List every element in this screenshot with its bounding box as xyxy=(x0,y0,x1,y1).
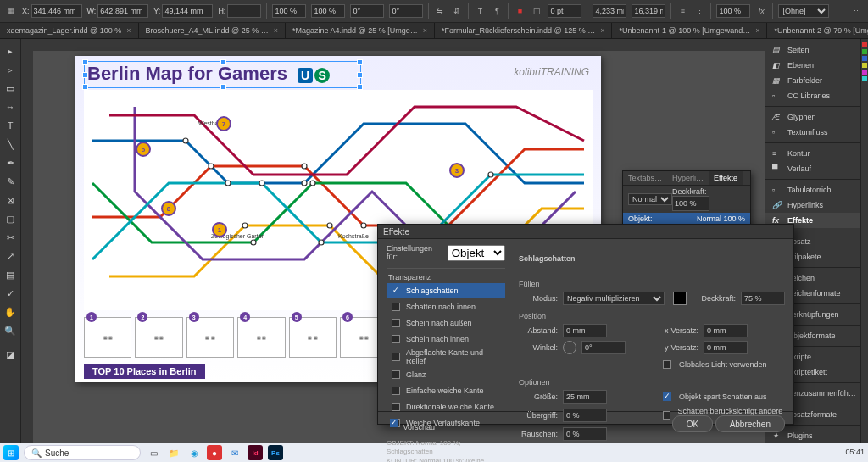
opacity-field[interactable] xyxy=(716,4,750,18)
align-icon[interactable]: ≡ xyxy=(676,5,688,17)
scale-y-field[interactable] xyxy=(311,4,345,18)
mini-tab[interactable]: Effekte xyxy=(709,171,743,185)
rect-frame-tool[interactable]: ⊠ xyxy=(2,192,19,209)
photoshop-icon[interactable]: Ps xyxy=(268,445,283,460)
effect-option[interactable]: Abgeflachte Kante und Relief xyxy=(387,348,505,366)
fill-icon[interactable]: ■ xyxy=(514,5,526,17)
panel-tab-tabulatorrich[interactable]: ▫Tabulatorrich xyxy=(765,182,860,198)
explorer-icon[interactable]: 📁 xyxy=(166,445,181,460)
angle-dial-icon[interactable] xyxy=(563,341,576,354)
scissors-tool[interactable]: ✂ xyxy=(2,229,19,246)
w2-field[interactable] xyxy=(593,4,626,18)
paragraph-icon[interactable]: ¶ xyxy=(491,5,503,17)
document-tab[interactable]: xdemagazin_Lager.indd @ 100 %× xyxy=(0,23,139,38)
preview-check-wrap[interactable]: Vorschau xyxy=(387,416,435,431)
transform-tool[interactable]: ⤢ xyxy=(2,248,19,264)
h-field[interactable] xyxy=(227,4,261,18)
document-tab[interactable]: Broschuere_A4_ML.indd @ 25 % …× xyxy=(139,23,286,38)
object-style-select[interactable]: [Ohne] xyxy=(778,4,829,18)
pencil-tool[interactable]: ✎ xyxy=(2,173,19,190)
menu-icon[interactable]: ⋯ xyxy=(851,5,863,17)
panel-tab-kontur[interactable]: ≡Kontur xyxy=(765,146,860,161)
edge-icon[interactable]: ◉ xyxy=(186,445,202,460)
x-offset-input[interactable] xyxy=(704,324,748,337)
close-icon[interactable]: × xyxy=(755,26,760,35)
effect-option[interactable]: Einfache weiche Kante xyxy=(387,383,505,398)
type-tool[interactable]: T xyxy=(2,117,19,134)
effect-option[interactable]: Schein nach außen xyxy=(387,315,505,331)
shadow-opacity-input[interactable] xyxy=(741,292,785,305)
panel-tab-cc libraries[interactable]: ▫CC Libraries xyxy=(765,88,860,103)
mini-row[interactable]: Objekt:Normal 100 % xyxy=(623,213,750,225)
document-tab[interactable]: *Unbenannt-2 @ 79 % [Umgewand…× xyxy=(767,23,868,38)
stroke-icon[interactable]: ◫ xyxy=(531,5,542,17)
w-field[interactable] xyxy=(97,4,148,18)
panel-tab-ebenen[interactable]: ◧Ebenen xyxy=(765,58,860,73)
task-view-icon[interactable]: ▭ xyxy=(146,445,161,460)
close-icon[interactable]: × xyxy=(423,26,427,35)
angle-input[interactable] xyxy=(581,341,626,354)
rect-tool[interactable]: ▢ xyxy=(2,210,19,227)
text-icon[interactable]: T xyxy=(474,5,486,17)
flip-v-icon[interactable]: ⇵ xyxy=(451,5,463,17)
hand-tool[interactable]: ✋ xyxy=(2,303,19,320)
taskbar-search[interactable]: 🔍Suche xyxy=(24,445,141,460)
ok-button[interactable]: OK xyxy=(672,415,713,432)
start-button[interactable]: ⊞ xyxy=(3,445,19,460)
close-icon[interactable]: × xyxy=(274,26,278,35)
effect-check[interactable] xyxy=(392,287,400,295)
blend-mode-dialog-select[interactable]: Negativ multiplizieren xyxy=(563,292,665,305)
document-tab[interactable]: *Formular_Rücklieferschein.indd @ 125 % … xyxy=(435,23,612,38)
spread-input[interactable] xyxy=(563,409,607,422)
panel-tab-textumfluss[interactable]: ▫Textumfluss xyxy=(765,125,860,140)
ref-point-icon[interactable]: ▦ xyxy=(5,5,17,17)
shear-field[interactable] xyxy=(389,4,423,18)
effect-check[interactable] xyxy=(392,353,400,361)
line-tool[interactable]: ╲ xyxy=(2,136,19,153)
honor-fx-check[interactable] xyxy=(663,411,670,420)
effect-option[interactable]: Direktionale weiche Kante xyxy=(387,399,505,415)
panel-tab-farbfelder[interactable]: ▦Farbfelder xyxy=(765,73,860,88)
panel-tab-hyperlinks[interactable]: 🔗Hyperlinks xyxy=(765,198,860,213)
mini-opacity-input[interactable] xyxy=(672,196,709,211)
app-icon[interactable]: ● xyxy=(207,445,222,460)
blend-mode-select[interactable]: Normal xyxy=(628,193,672,205)
effect-check[interactable] xyxy=(392,403,400,411)
eyedropper-tool[interactable]: ✓ xyxy=(2,285,19,302)
h2-field[interactable] xyxy=(632,4,665,18)
y-field[interactable] xyxy=(162,4,213,18)
effect-check[interactable] xyxy=(392,303,400,311)
flip-h-icon[interactable]: ⇋ xyxy=(434,5,446,17)
zoom-tool[interactable]: 🔍 xyxy=(2,322,19,339)
close-icon[interactable]: × xyxy=(126,26,131,35)
fill-stroke-toggle[interactable]: ◪ xyxy=(2,346,19,363)
effect-check[interactable] xyxy=(392,387,400,395)
page-tool[interactable]: ▭ xyxy=(2,80,19,97)
knockout-check[interactable] xyxy=(663,392,671,401)
document-tab[interactable]: *Unbenannt-1 @ 100 % [Umgewand…× xyxy=(612,23,767,38)
effect-option[interactable]: Schlagschatten xyxy=(387,283,505,298)
settings-for-select[interactable]: Objekt xyxy=(448,245,505,261)
rotate-field[interactable] xyxy=(350,4,384,18)
mini-tab[interactable]: Textabs… xyxy=(623,171,667,185)
x-field[interactable] xyxy=(31,4,82,18)
document-tab[interactable]: *Magazine A4.indd @ 25 % [Umge…× xyxy=(286,23,435,38)
close-icon[interactable]: × xyxy=(600,26,604,35)
panel-tab-seiten[interactable]: ▤Seiten xyxy=(765,42,860,58)
fx-icon[interactable]: fx xyxy=(755,5,767,17)
panel-tab-glyphen[interactable]: ÆGlyphen xyxy=(765,109,860,125)
distribute-icon[interactable]: ⋮ xyxy=(693,5,705,17)
effects-dialog[interactable]: Effekte Einstellungen für: Objekt Transp… xyxy=(377,224,794,425)
stroke-w-field[interactable] xyxy=(548,4,581,18)
effect-check[interactable] xyxy=(392,319,400,327)
effect-check[interactable] xyxy=(392,335,400,343)
pen-tool[interactable]: ✒ xyxy=(2,154,19,171)
selection-tool[interactable]: ▸ xyxy=(2,42,19,59)
dialog-title[interactable]: Effekte xyxy=(378,225,793,239)
direct-select-tool[interactable]: ▹ xyxy=(2,61,19,78)
shadow-color-swatch[interactable] xyxy=(673,292,687,305)
panel-tab-verlauf[interactable]: ▀Verlauf xyxy=(765,161,860,176)
mini-tab[interactable]: Hyperli… xyxy=(667,171,709,185)
taskbar-clock[interactable]: 05:41 xyxy=(845,448,865,456)
effect-option[interactable]: Transparenz xyxy=(387,272,505,282)
